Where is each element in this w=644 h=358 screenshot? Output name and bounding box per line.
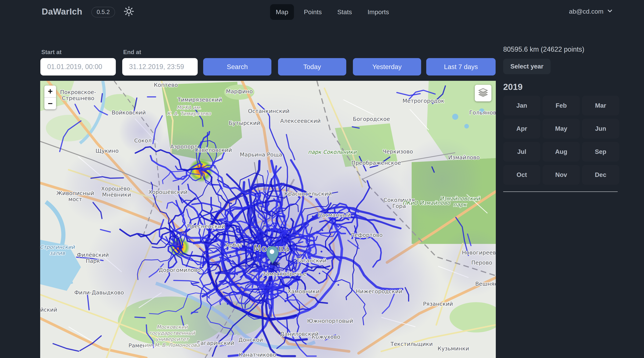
distance-stats: 80595.6 km (24622 points)	[503, 45, 619, 53]
month-button-apr[interactable]: Apr	[503, 119, 540, 139]
map-label: Даниловский	[280, 331, 318, 337]
map-canvas: КоптевоПокровское-СтрешневоТимирязевский…	[40, 81, 496, 358]
map-label: Войковский	[112, 109, 146, 116]
version-badge: 0.5.2	[91, 7, 115, 17]
map-label: Текстильщики	[390, 341, 433, 347]
tab-stats[interactable]: Stats	[332, 4, 358, 20]
map-label: Красносельский	[284, 190, 332, 197]
map-label: Южнопортовый	[307, 318, 353, 324]
map-label: Дорогомилово	[159, 267, 200, 273]
month-button-sep[interactable]: Sep	[582, 142, 619, 162]
top-navbar: DaWarIch 0.5.2 MapPointsStatsImports ab@…	[0, 0, 644, 23]
month-button-oct[interactable]: Oct	[503, 165, 540, 185]
zoom-in-button[interactable]: +	[44, 86, 56, 97]
map-label: айский	[40, 307, 57, 313]
map[interactable]: КоптевоПокровское-СтрешневоТимирязевский…	[40, 81, 496, 358]
start-at-label: Start at	[41, 49, 62, 56]
map-label: Гагаринский	[197, 340, 234, 346]
map-label: Хорошёво-Мнёвники	[101, 185, 132, 198]
map-label: Марьина Роща	[240, 151, 282, 158]
map-label: Фили-Давыдково	[74, 289, 124, 296]
month-button-jul[interactable]: Jul	[503, 142, 540, 162]
layers-control-button[interactable]	[475, 85, 492, 101]
map-label: Преображенское	[352, 160, 401, 166]
start-at-input[interactable]	[40, 58, 116, 75]
map-label: Гольяново	[469, 109, 496, 116]
search-button[interactable]: Search	[203, 58, 272, 75]
month-button-may[interactable]: May	[542, 119, 580, 139]
tab-imports[interactable]: Imports	[362, 4, 394, 20]
map-label: парк Сокольники	[308, 149, 357, 155]
main-nav: MapPointsStatsImports	[270, 4, 394, 20]
map-label: Метрогородок	[402, 98, 444, 104]
app-logo[interactable]: DaWarIch	[42, 6, 82, 17]
tab-map[interactable]: Map	[270, 4, 294, 20]
map-label: Богородское	[353, 116, 390, 122]
map-label: Нижегородский	[356, 288, 402, 295]
map-label: Кузьминки	[438, 345, 469, 352]
layers-icon	[478, 87, 488, 99]
chevron-down-icon	[606, 7, 613, 15]
map-label: Канатчиково	[238, 352, 276, 358]
map-label: Басманный	[318, 212, 351, 218]
today-button[interactable]: Today	[278, 58, 346, 75]
month-button-nov[interactable]: Nov	[542, 165, 580, 185]
map-label: Щукино	[96, 148, 119, 154]
map-label: Рязанский	[423, 301, 453, 307]
map-label: Перово	[471, 259, 492, 266]
map-label: Тимирязевский	[178, 97, 222, 103]
map-label: Вешняки	[475, 281, 496, 287]
map-label: Лефортово	[350, 232, 383, 238]
account-email: ab@cd.com	[569, 8, 604, 15]
select-year-button[interactable]: Select year	[503, 59, 550, 74]
yesterday-button[interactable]: Yesterday	[353, 58, 421, 75]
sidebar-divider	[503, 191, 618, 192]
map-label: Измайлово	[448, 154, 480, 161]
map-label: Хамовники	[288, 288, 320, 295]
month-button-aug[interactable]: Aug	[542, 142, 580, 162]
map-label: Арбат	[226, 242, 243, 248]
map-label: Черкизово	[383, 148, 413, 155]
map-label: Аэропорт	[170, 144, 198, 150]
map-label: Коптево	[154, 82, 178, 88]
month-grid: JanFebMarAprMayJunJulAugSepOctNovDec	[503, 96, 619, 185]
end-at-input[interactable]	[122, 58, 198, 75]
map-label: Таганский	[296, 257, 326, 264]
right-sidebar: 80595.6 km (24622 points) Select year 20…	[503, 45, 619, 192]
map-label: Марфино	[226, 88, 253, 95]
map-label: Хорошёвский	[148, 189, 188, 195]
map-zoom-control: + −	[44, 86, 56, 109]
end-at-label: End at	[123, 49, 141, 56]
map-label: Донской	[238, 337, 263, 343]
account-menu[interactable]: ab@cd.com	[569, 7, 613, 15]
sun-icon	[124, 6, 134, 17]
map-label: Бутырский	[229, 120, 260, 126]
map-label: Сокол	[134, 137, 152, 144]
map-label: Савёловский	[194, 147, 232, 153]
year-heading: 2019	[503, 82, 619, 92]
month-button-feb[interactable]: Feb	[542, 96, 580, 115]
month-button-dec[interactable]: Dec	[582, 165, 619, 185]
month-button-mar[interactable]: Mar	[582, 96, 619, 115]
month-button-jun[interactable]: Jun	[582, 119, 619, 139]
map-label: Останкинский	[248, 108, 290, 114]
tab-points[interactable]: Points	[298, 4, 328, 20]
month-button-jan[interactable]: Jan	[503, 96, 540, 115]
last-7-days-button[interactable]: Last 7 days	[426, 58, 496, 75]
zoom-out-button[interactable]: −	[44, 98, 56, 109]
map-label: Алексеевский	[280, 118, 321, 124]
map-label: Новогиреево	[462, 249, 496, 256]
map-label: Замоскворечье	[262, 271, 306, 277]
theme-toggle-button[interactable]	[123, 6, 135, 18]
map-label: Пресненский	[187, 223, 225, 229]
map-label: Покровское-Стрешнево	[60, 89, 96, 101]
